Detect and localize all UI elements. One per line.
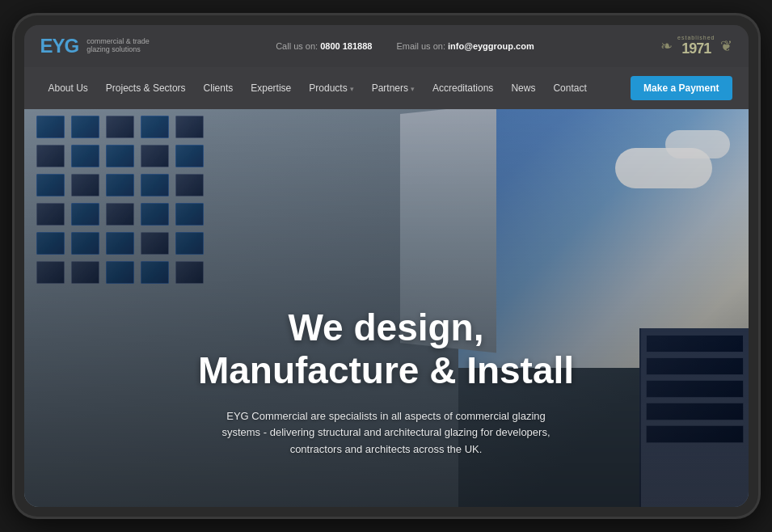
email-label: Email us on: (396, 41, 445, 51)
products-chevron-icon: ▾ (350, 85, 354, 93)
nav-item-expertise[interactable]: Expertise (243, 67, 299, 109)
screen: EYG commercial & trade glazing solutions… (24, 25, 749, 507)
hero-headline-line1: We design, (289, 306, 484, 348)
hero-subtext: EYG Commercial are specialists in all as… (209, 408, 564, 458)
hero-content: We design, Manufacture & Install EYG Com… (176, 306, 597, 458)
nav-item-products[interactable]: Products ▾ (301, 67, 361, 109)
nav-item-projects-sectors[interactable]: Projects & Sectors (98, 67, 194, 109)
established-text: established 1971 (677, 35, 715, 57)
hero-headline-line2: Manufacture & Install (198, 349, 574, 391)
hero-headline: We design, Manufacture & Install (176, 306, 597, 392)
logo-eyg[interactable]: EYG (40, 35, 79, 57)
hero-section: We design, Manufacture & Install EYG Com… (24, 109, 749, 507)
nav-item-contact[interactable]: Contact (545, 67, 594, 109)
phone-label: Call us on: (276, 41, 318, 51)
top-bar: EYG commercial & trade glazing solutions… (24, 25, 749, 67)
device-frame: EYG commercial & trade glazing solutions… (15, 15, 758, 517)
logo-line2: glazing solutions (86, 46, 150, 54)
make-payment-button[interactable]: Make a Payment (631, 76, 732, 100)
nav-item-news[interactable]: News (503, 67, 543, 109)
established-badge: ❧ established 1971 ❦ (660, 35, 732, 57)
nav-bar: About Us Projects & Sectors Clients Expe… (24, 67, 749, 109)
established-word: established (677, 35, 715, 40)
partners-chevron-icon: ▾ (411, 85, 415, 93)
nav-item-partners[interactable]: Partners ▾ (364, 67, 423, 109)
logo-area: EYG commercial & trade glazing solutions (40, 35, 150, 57)
email-info: Email us on: info@eyggroup.com (396, 41, 534, 51)
logo-text: commercial & trade glazing solutions (86, 38, 150, 54)
established-year: 1971 (677, 40, 715, 57)
phone-number[interactable]: 0800 181888 (320, 41, 372, 51)
contact-info: Call us on: 0800 181888 Email us on: inf… (276, 41, 534, 51)
phone-info: Call us on: 0800 181888 (276, 41, 372, 51)
laurel-right-icon: ❦ (720, 37, 732, 55)
email-address[interactable]: info@eyggroup.com (448, 41, 534, 51)
nav-item-clients[interactable]: Clients (196, 67, 242, 109)
nav-item-accreditations[interactable]: Accreditations (424, 67, 501, 109)
laurel-left-icon: ❧ (660, 37, 673, 55)
nav-item-about-us[interactable]: About Us (40, 67, 96, 109)
